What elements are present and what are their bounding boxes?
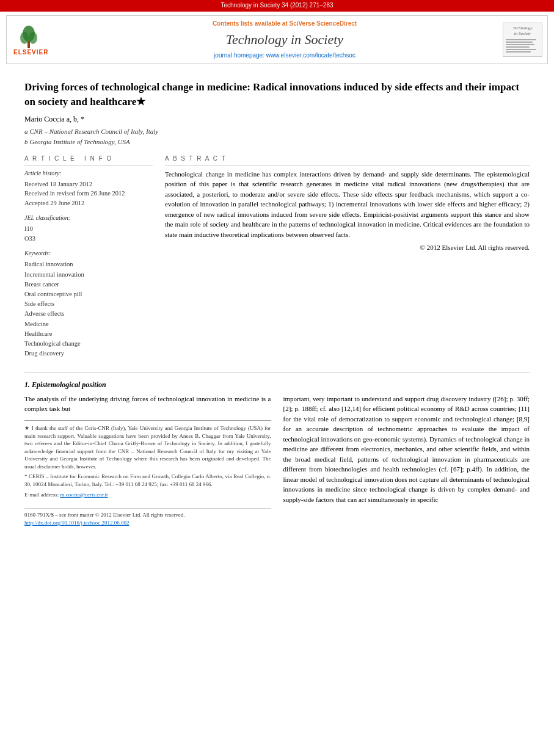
- jel-section: JEL classification: I10 O33: [24, 214, 153, 243]
- keyword-10: Drug discovery: [24, 349, 153, 358]
- footnote-ceris: * CERIS – Institute for Economic Researc…: [24, 473, 271, 488]
- footnote-email: E-mail address: m.coccia@ceris.cnr.it: [24, 491, 271, 499]
- bottom-bar: 0160-791X/$ – see front matter © 2012 El…: [24, 508, 271, 527]
- journal-center: Contents lists available at SciVerse Sci…: [73, 20, 497, 60]
- journal-header: ELSEVIER Contents lists available at Sci…: [6, 15, 548, 65]
- keyword-2: Incremental innovation: [24, 270, 153, 279]
- affiliation-a: a CNR – National Research Council of Ita…: [24, 127, 530, 137]
- issn-text: 0160-791X/$ – see front matter © 2012 El…: [24, 511, 271, 519]
- article-title: Driving forces of technological change i…: [24, 80, 530, 109]
- keyword-4: Oral contraceptive pill: [24, 289, 153, 299]
- affiliations: a CNR – National Research Council of Ita…: [24, 127, 530, 147]
- keyword-7: Medicine: [24, 319, 153, 329]
- svg-point-2: [20, 32, 29, 44]
- body-right-text: important, very important to understand …: [283, 394, 530, 505]
- section-1-body: The analysis of the underlying driving f…: [24, 394, 530, 527]
- email-link[interactable]: m.coccia@ceris.cnr.it: [60, 492, 108, 498]
- keyword-1: Radical innovation: [24, 260, 153, 269]
- revised-date: Received in revised form 26 June 2012: [24, 189, 153, 198]
- doi-link[interactable]: http://dx.doi.org/10.1016/j.techsoc.2012…: [24, 519, 271, 527]
- keywords-label: Keywords:: [24, 249, 153, 258]
- svg-text:ELSEVIER: ELSEVIER: [13, 49, 48, 56]
- homepage-url: www.elsevier.com/locate/techsoc: [266, 52, 355, 59]
- keyword-6: Adverse effects: [24, 309, 153, 318]
- body-left-text: The analysis of the underlying driving f…: [24, 394, 271, 414]
- svg-rect-4: [27, 41, 30, 48]
- keywords-list: Radical innovation Incremental innovatio…: [24, 260, 153, 358]
- article-info-header: A R T I C L E I N F O: [24, 154, 153, 165]
- journal-thumbnail: Technologyin Society: [503, 23, 542, 57]
- keyword-9: Technological change: [24, 339, 153, 348]
- authors: Mario Coccia a, b, *: [24, 114, 530, 125]
- abstract-paragraph: Technological change in medicine has com…: [165, 169, 530, 240]
- affiliation-b: b Georgia Institute of Technology, USA: [24, 137, 530, 147]
- svg-point-3: [29, 32, 37, 44]
- accepted-date: Accepted 29 June 2012: [24, 198, 153, 208]
- journal-citation-text: Technology in Society 34 (2012) 271–283: [221, 2, 333, 9]
- article-info-abstract-section: A R T I C L E I N F O Article history: R…: [24, 154, 530, 364]
- journal-citation-bar: Technology in Society 34 (2012) 271–283: [0, 0, 554, 12]
- copyright-text: © 2012 Elsevier Ltd. All rights reserved…: [165, 243, 530, 253]
- section-divider: [24, 372, 530, 373]
- abstract-column: A B S T R A C T Technological change in …: [165, 154, 530, 364]
- keyword-3: Breast cancer: [24, 280, 153, 289]
- keyword-5: Side effects: [24, 299, 153, 308]
- sciverse-brand: SciVerse ScienceDirect: [289, 20, 357, 27]
- footnote-section: ★ I thank the staff of the Ceris-CNR (It…: [24, 420, 271, 498]
- main-content: Driving forces of technological change i…: [0, 68, 554, 539]
- journal-homepage-link: journal homepage: www.elsevier.com/locat…: [73, 51, 497, 60]
- section-1-title: 1. Epistemological position: [24, 380, 530, 390]
- footnote-star: ★ I thank the staff of the Ceris-CNR (It…: [24, 424, 271, 471]
- jel-label: JEL classification:: [24, 214, 153, 223]
- keywords-section: Keywords: Radical innovation Incremental…: [24, 249, 153, 358]
- body-left-col: The analysis of the underlying driving f…: [24, 394, 271, 527]
- body-right-col: important, very important to understand …: [283, 394, 530, 527]
- keyword-8: Healthcare: [24, 329, 153, 338]
- article-history-section: Article history: Received 18 January 201…: [24, 169, 153, 208]
- sciverse-link: Contents lists available at SciVerse Sci…: [73, 20, 497, 29]
- article-info-column: A R T I C L E I N F O Article history: R…: [24, 154, 153, 364]
- journal-title-display: Technology in Society: [73, 30, 497, 49]
- section-1: 1. Epistemological position The analysis…: [24, 380, 530, 528]
- abstract-header: A B S T R A C T: [165, 154, 530, 165]
- abstract-text: Technological change in medicine has com…: [165, 169, 530, 240]
- history-label: Article history:: [24, 169, 153, 178]
- jel-code-2: O33: [24, 234, 153, 243]
- received-date: Received 18 January 2012: [24, 180, 153, 189]
- jel-code-1: I10: [24, 224, 153, 233]
- elsevier-logo: ELSEVIER: [12, 23, 67, 56]
